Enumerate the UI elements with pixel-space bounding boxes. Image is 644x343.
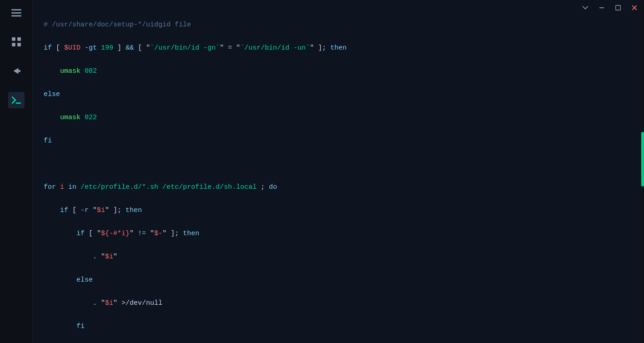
sidebar-item-grid[interactable]: [8, 34, 25, 50]
svg-rect-3: [12, 37, 15, 41]
window-controls: [581, 4, 639, 12]
svg-rect-0: [11, 9, 21, 10]
chevron-down-icon[interactable]: [581, 4, 589, 12]
close-button[interactable]: [630, 4, 639, 12]
scrollbar-track[interactable]: [641, 0, 644, 343]
sidebar-item-arrow[interactable]: [8, 63, 25, 79]
svg-rect-4: [17, 37, 21, 41]
scrollbar-thumb[interactable]: [641, 132, 644, 187]
svg-rect-6: [17, 43, 21, 46]
svg-rect-2: [11, 15, 21, 17]
svg-rect-5: [12, 43, 15, 46]
svg-rect-9: [616, 5, 621, 10]
minimize-button[interactable]: [598, 4, 606, 12]
sidebar-item-menu[interactable]: [8, 5, 25, 21]
svg-rect-8: [599, 7, 604, 8]
editor-area: # /usr/share/doc/setup-*/uidgid file if …: [33, 0, 644, 343]
sidebar-item-terminal[interactable]: [8, 92, 25, 108]
code-editor[interactable]: # /usr/share/doc/setup-*/uidgid file if …: [33, 0, 644, 343]
maximize-button[interactable]: [614, 4, 622, 12]
svg-rect-1: [11, 12, 21, 14]
sidebar: [0, 0, 33, 343]
